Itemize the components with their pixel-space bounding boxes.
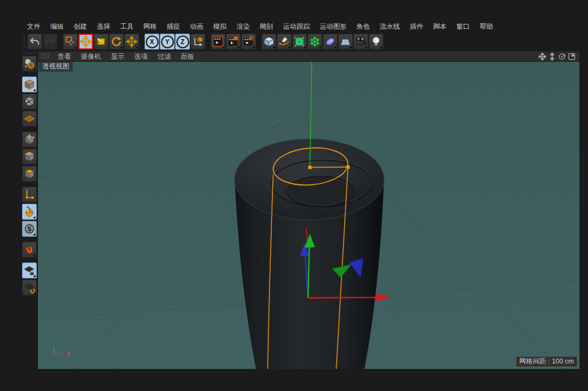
main-toolbar: X Y Z	[22, 33, 384, 50]
magnet-snap-icon	[23, 244, 36, 256]
enable-axis-button[interactable]	[22, 187, 37, 203]
edges-mode-button[interactable]	[22, 149, 37, 165]
menu-item[interactable]: 插件	[405, 21, 428, 32]
viewport-menu-item[interactable]: 摄像机	[76, 51, 106, 62]
texture-mode-button[interactable]	[22, 94, 37, 110]
points-mode-button[interactable]	[22, 132, 37, 147]
subdivision-surface-button[interactable]	[292, 34, 307, 50]
menu-item[interactable]: 编辑	[45, 21, 69, 32]
texture-mode-icon	[23, 95, 36, 108]
rotate-tool-button[interactable]	[109, 34, 124, 50]
viewport-menu-bar: 查看摄像机显示选项过滤面板	[38, 51, 579, 61]
z-axis-lock-icon: Z	[176, 35, 189, 48]
render-settings-button[interactable]	[241, 34, 256, 50]
z-axis-lock-button[interactable]: Z	[175, 34, 190, 50]
menu-item[interactable]: 雕刻	[255, 21, 278, 32]
viewport-pan-control[interactable]	[538, 52, 546, 61]
menu-item[interactable]: 运动跟踪	[278, 21, 315, 32]
light-button[interactable]	[369, 34, 383, 50]
lock-workplane-icon	[23, 264, 36, 277]
polygons-mode-icon	[23, 168, 36, 180]
viewport-name-label: 透视视图	[39, 62, 73, 72]
rotate-tool-icon	[110, 35, 123, 48]
viewport-zoom-control[interactable]	[548, 52, 556, 61]
viewport-rotate-control[interactable]	[557, 52, 566, 61]
undo-button[interactable]	[28, 34, 42, 50]
enable-axis-icon	[23, 188, 36, 201]
x-axis-lock-button[interactable]: X	[145, 34, 159, 50]
render-settings-icon	[243, 35, 255, 48]
toolbar-drag-handle[interactable]	[22, 34, 26, 50]
model-mode-button[interactable]	[22, 76, 37, 92]
viewport-menu-item[interactable]: 查看	[53, 51, 76, 62]
menu-item[interactable]: 模拟	[208, 21, 232, 32]
live-selection-icon	[64, 35, 77, 48]
workplane-mode-button[interactable]	[22, 111, 37, 127]
camera-button[interactable]	[353, 34, 368, 50]
menu-item[interactable]: 帮助	[475, 21, 498, 32]
render-view-button[interactable]	[211, 34, 225, 50]
pan-icon	[538, 53, 546, 61]
live-selection-button[interactable]	[63, 34, 78, 50]
floor-environment-button[interactable]	[338, 34, 353, 50]
make-editable-icon	[23, 58, 36, 70]
last-tool-icon	[126, 35, 138, 48]
maximize-icon	[568, 53, 576, 61]
menu-item[interactable]: 工具	[115, 21, 138, 32]
subdivision-surface-icon	[293, 35, 306, 48]
menu-item[interactable]: 运动图形	[315, 21, 352, 32]
menu-item[interactable]: 窗口	[451, 21, 475, 32]
scale-tool-button[interactable]	[94, 34, 108, 50]
zoom-icon	[548, 53, 556, 61]
menu-item[interactable]: 创建	[69, 21, 92, 32]
viewport-menu-item[interactable]: 显示	[106, 51, 129, 62]
y-axis-lock-button[interactable]: Y	[160, 34, 175, 50]
undo-icon	[29, 35, 41, 48]
redo-button[interactable]	[43, 34, 58, 50]
x-axis-lock-icon: X	[146, 35, 159, 48]
workplane-mode-icon	[23, 113, 36, 125]
render-picture-viewer-icon	[227, 35, 239, 48]
pen-spline-button[interactable]	[277, 34, 292, 50]
viewport-canvas[interactable]: X	[38, 62, 579, 369]
menu-item[interactable]: 流水线	[375, 21, 405, 32]
light-icon	[370, 35, 382, 48]
viewport-menu-item[interactable]: 选项	[129, 51, 153, 62]
last-tool-button[interactable]	[124, 34, 139, 50]
menu-item[interactable]: 文件	[22, 21, 45, 32]
rotate-view-icon	[558, 53, 566, 61]
perspective-viewport[interactable]: X 透视视图 网格间距 : 100 cm	[38, 61, 579, 368]
menu-item[interactable]: 网格	[138, 21, 162, 32]
palette-drag-handle[interactable]	[22, 51, 37, 54]
snap-button[interactable]: S	[22, 221, 37, 237]
svg-text:S: S	[27, 226, 31, 233]
edges-mode-icon	[23, 151, 36, 163]
move-tool-button[interactable]	[78, 34, 93, 50]
viewport-grid-icon[interactable]	[40, 53, 49, 59]
render-view-icon	[212, 35, 224, 48]
lock-workplane-button[interactable]	[22, 263, 37, 278]
primitive-cube-button[interactable]	[262, 34, 276, 50]
magnet-snap-button[interactable]	[22, 242, 37, 258]
workplane-transform-button[interactable]	[22, 280, 37, 296]
mograph-cloner-button[interactable]	[307, 34, 322, 50]
menu-item[interactable]: 渲染	[232, 21, 255, 32]
viewport-solo-button[interactable]	[22, 204, 37, 220]
make-editable-button[interactable]	[22, 56, 37, 72]
coordinate-system-button[interactable]	[190, 34, 205, 50]
coordinate-system-icon	[192, 35, 204, 48]
deformer-button[interactable]	[323, 34, 337, 50]
y-axis-lock-icon: Y	[161, 35, 174, 48]
menu-item[interactable]: 动画	[185, 21, 208, 32]
viewport-menu-item[interactable]: 面板	[176, 51, 199, 62]
menu-item[interactable]: 选择	[92, 21, 115, 32]
menu-item[interactable]: 角色	[352, 21, 375, 32]
viewport-maximize-control[interactable]	[567, 52, 576, 61]
grid-spacing-label: 网格间距 : 100 cm	[516, 356, 578, 367]
viewport-menu-item[interactable]: 过滤	[153, 51, 176, 62]
menu-item[interactable]: 捕捉	[162, 21, 185, 32]
move-tool-icon	[80, 35, 92, 48]
menu-item[interactable]: 脚本	[428, 21, 451, 32]
polygons-mode-button[interactable]	[22, 166, 37, 182]
render-picture-viewer-button[interactable]	[226, 34, 241, 50]
